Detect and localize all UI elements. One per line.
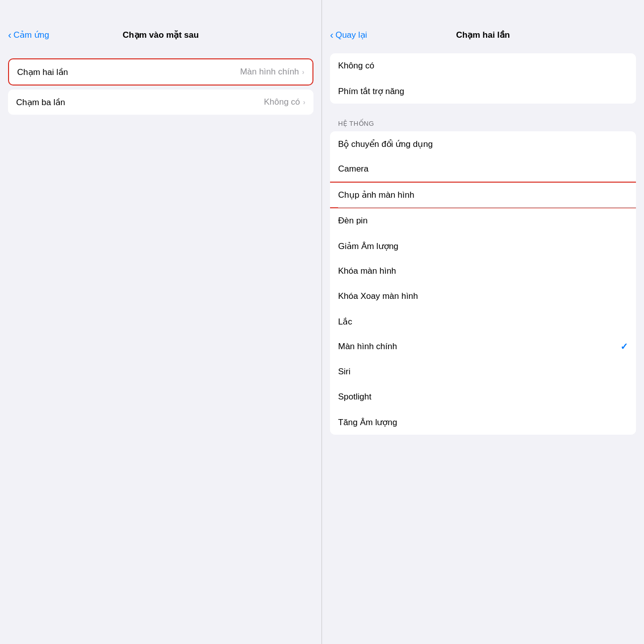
left-item-double-tap-label: Chạm hai lần [17,67,68,77]
left-item-double-tap-value-text: Màn hình chính [240,67,299,77]
right-item-siri[interactable]: Siri [330,359,636,384]
right-item-rotation-lock[interactable]: Khóa Xoay màn hình [330,284,636,309]
right-system-section: HỆ THỐNG Bộ chuyển đổi ứng dụng Camera C… [330,120,636,435]
left-nav-bar: ‹ Cảm ứng Chạm vào mặt sau [0,0,321,48]
right-item-screenshot-label: Chụp ảnh màn hình [338,190,414,200]
right-item-lock-screen-label: Khóa màn hình [338,266,396,276]
left-item-double-tap[interactable]: Chạm hai lần Màn hình chính › [9,59,312,85]
right-item-volume-down[interactable]: Giảm Âm lượng [330,233,636,259]
left-item-double-tap-chevron-icon: › [302,68,304,76]
left-back-label: Cảm ứng [14,30,49,40]
right-item-volume-up[interactable]: Tăng Âm lượng [330,410,636,435]
right-item-shake[interactable]: Lắc [330,309,636,334]
right-item-camera-label: Camera [338,164,368,174]
left-item-triple-tap[interactable]: Chạm ba lần Không có › [8,90,313,115]
left-panel: ‹ Cảm ứng Chạm vào mặt sau Chạm hai lần … [0,0,322,644]
right-item-none[interactable]: Không có [330,53,636,78]
right-item-flashlight[interactable]: Đèn pin [330,208,636,233]
right-nav-title: Chạm hai lần [456,30,510,40]
right-item-home-screen-label: Màn hình chính [338,342,397,352]
right-item-accessibility-shortcut-label: Phím tắt trợ năng [338,86,405,97]
left-back-button[interactable]: ‹ Cảm ứng [8,30,49,40]
left-nav-title: Chạm vào mặt sau [123,30,199,40]
left-item-triple-tap-value: Không có › [264,97,305,107]
right-panel: ‹ Quay lại Chạm hai lần Không có Phím tắ… [322,0,644,644]
right-item-shake-label: Lắc [338,316,352,327]
left-item-triple-tap-value-text: Không có [264,97,300,107]
right-top-section: Không có Phím tắt trợ năng [330,53,636,104]
right-item-app-switcher-label: Bộ chuyển đổi ứng dụng [338,139,433,149]
right-item-siri-label: Siri [338,367,351,377]
right-item-accessibility-shortcut[interactable]: Phím tắt trợ năng [330,78,636,104]
left-content: Chạm hai lần Màn hình chính › Chạm ba lầ… [0,48,321,644]
right-item-lock-screen[interactable]: Khóa màn hình [330,259,636,284]
right-nav-bar: ‹ Quay lại Chạm hai lần [322,0,644,48]
left-back-chevron-icon: ‹ [8,30,12,40]
right-system-section-label: HỆ THỐNG [330,120,636,127]
left-item-triple-tap-chevron-icon: › [303,98,305,106]
left-item-triple-tap-label: Chạm ba lần [16,97,65,108]
right-item-spotlight-label: Spotlight [338,392,371,402]
right-back-chevron-icon: ‹ [330,30,334,40]
left-section: Chạm hai lần Màn hình chính › Chạm ba lầ… [8,58,313,115]
right-item-none-label: Không có [338,61,374,71]
right-system-group: Bộ chuyển đổi ứng dụng Camera Chụp ảnh m… [330,131,636,435]
right-item-volume-up-label: Tăng Âm lượng [338,417,397,428]
right-top-group: Không có Phím tắt trợ năng [330,53,636,104]
right-item-app-switcher[interactable]: Bộ chuyển đổi ứng dụng [330,131,636,156]
right-item-rotation-lock-label: Khóa Xoay màn hình [338,291,418,301]
right-back-button[interactable]: ‹ Quay lại [330,30,367,40]
right-item-camera[interactable]: Camera [330,156,636,182]
right-item-home-screen[interactable]: Màn hình chính ✓ [330,334,636,359]
right-content: Không có Phím tắt trợ năng HỆ THỐNG Bộ c… [322,48,644,644]
left-item-double-tap-value: Màn hình chính › [240,67,304,77]
right-item-home-screen-check-icon: ✓ [620,341,628,352]
right-back-label: Quay lại [336,30,367,40]
right-item-flashlight-label: Đèn pin [338,216,368,226]
right-item-spotlight[interactable]: Spotlight [330,384,636,410]
right-item-screenshot[interactable]: Chụp ảnh màn hình [330,182,636,208]
right-item-volume-down-label: Giảm Âm lượng [338,241,398,252]
